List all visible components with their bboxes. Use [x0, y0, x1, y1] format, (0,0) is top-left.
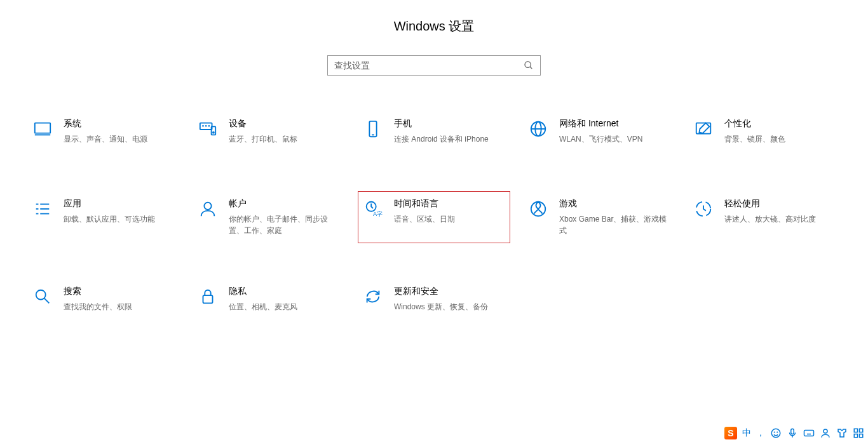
privacy-icon: [198, 287, 217, 306]
svg-line-28: [44, 298, 50, 304]
tile-title: 帐户: [229, 198, 339, 210]
ime-toolbox-icon[interactable]: [853, 427, 864, 439]
svg-point-7: [208, 126, 209, 126]
tile-time-language[interactable]: A字时间和语言语音、区域、日期: [358, 191, 510, 243]
ime-punct-icon[interactable]: ，: [756, 427, 765, 439]
tile-title: 时间和语言: [394, 198, 505, 210]
svg-line-1: [530, 67, 532, 69]
tile-title: 设备: [229, 118, 339, 130]
tile-network[interactable]: 网络和 InternetWLAN、飞行模式、VPN: [523, 111, 675, 156]
tile-title: 更新和安全: [394, 286, 505, 297]
tile-title: 游戏: [559, 198, 670, 210]
tile-desc: 语音、区域、日期: [394, 213, 505, 225]
tile-apps[interactable]: 应用卸载、默认应用、可选功能: [27, 191, 180, 243]
svg-point-0: [525, 62, 531, 67]
svg-point-35: [824, 429, 827, 433]
tile-update[interactable]: 更新和安全Windows 更新、恢复、备份: [358, 279, 510, 323]
personalization-icon: [694, 119, 713, 138]
tile-desc: WLAN、飞行模式、VPN: [559, 133, 670, 145]
svg-point-32: [777, 432, 778, 432]
tile-desc: Xbox Game Bar、捕获、游戏模式: [559, 213, 670, 236]
tile-desc: 位置、相机、麦克风: [229, 301, 339, 312]
ime-skin-icon[interactable]: [836, 427, 848, 439]
tile-title: 手机: [394, 118, 505, 130]
search-cat-icon: [33, 287, 52, 306]
svg-rect-2: [35, 123, 50, 133]
tile-desc: 连接 Android 设备和 iPhone: [394, 133, 505, 145]
tile-search-cat[interactable]: 搜索查找我的文件、权限: [27, 279, 180, 323]
tile-phone[interactable]: 手机连接 Android 设备和 iPhone: [358, 111, 510, 156]
tile-devices[interactable]: 设备蓝牙、打印机、鼠标: [193, 111, 345, 156]
svg-rect-39: [860, 434, 863, 438]
tile-gaming[interactable]: 游戏Xbox Game Bar、捕获、游戏模式: [523, 191, 675, 243]
tile-desc: 讲述人、放大镜、高对比度: [724, 213, 835, 225]
ime-toolbar[interactable]: S 中 ，: [724, 427, 864, 439]
tile-desc: 查找我的文件、权限: [64, 301, 174, 312]
svg-rect-36: [854, 429, 857, 432]
network-icon: [529, 119, 548, 138]
phone-icon: [363, 119, 383, 138]
svg-rect-29: [203, 295, 213, 303]
tile-desc: 蓝牙、打印机、鼠标: [229, 133, 339, 145]
tile-system[interactable]: 系统显示、声音、通知、电源: [27, 111, 180, 156]
svg-text:A字: A字: [373, 211, 383, 217]
time-language-icon: A字: [363, 199, 383, 218]
svg-point-31: [774, 432, 775, 432]
tile-desc: 你的帐户、电子邮件、同步设置、工作、家庭: [229, 213, 339, 236]
svg-rect-33: [791, 429, 794, 434]
tile-title: 搜索: [64, 286, 174, 297]
tile-title: 应用: [64, 198, 174, 210]
tile-desc: 显示、声音、通知、电源: [64, 133, 174, 145]
svg-point-22: [204, 203, 211, 210]
tile-accounts[interactable]: 帐户你的帐户、电子邮件、同步设置、工作、家庭: [193, 191, 345, 243]
svg-point-30: [771, 429, 780, 438]
tile-desc: Windows 更新、恢复、备份: [394, 301, 505, 312]
tile-ease-of-access[interactable]: 轻松使用讲述人、放大镜、高对比度: [688, 191, 841, 243]
search-icon: [524, 60, 534, 70]
svg-rect-34: [804, 431, 814, 436]
tile-privacy[interactable]: 隐私位置、相机、麦克风: [193, 279, 345, 323]
ime-logo-icon[interactable]: S: [724, 427, 737, 439]
page-title: Windows 设置: [0, 18, 868, 35]
svg-point-27: [36, 290, 46, 300]
search-box[interactable]: [327, 55, 541, 76]
tile-title: 系统: [64, 118, 174, 130]
system-icon: [33, 119, 52, 138]
ime-person-icon[interactable]: [820, 427, 831, 439]
tile-title: 网络和 Internet: [559, 118, 670, 130]
ime-keyboard-icon[interactable]: [803, 427, 815, 439]
ime-emoji-icon[interactable]: [770, 427, 782, 439]
tile-desc: 卸载、默认应用、可选功能: [64, 213, 174, 225]
gaming-icon: [529, 199, 548, 218]
tile-title: 隐私: [229, 286, 339, 297]
tile-title: 个性化: [724, 118, 835, 130]
update-icon: [363, 287, 383, 306]
ime-mic-icon[interactable]: [787, 427, 798, 439]
svg-rect-37: [860, 429, 863, 432]
ime-mode[interactable]: 中: [742, 427, 751, 439]
ease-of-access-icon: [694, 199, 713, 218]
accounts-icon: [198, 199, 217, 218]
svg-rect-38: [854, 434, 857, 438]
tile-desc: 背景、锁屏、颜色: [724, 133, 835, 145]
svg-point-5: [203, 126, 203, 126]
devices-icon: [198, 119, 217, 138]
search-input[interactable]: [334, 60, 524, 70]
svg-point-9: [213, 132, 214, 133]
tile-personalization[interactable]: 个性化背景、锁屏、颜色: [688, 111, 841, 156]
apps-icon: [33, 199, 52, 218]
svg-point-6: [206, 126, 207, 126]
tile-title: 轻松使用: [724, 198, 835, 210]
